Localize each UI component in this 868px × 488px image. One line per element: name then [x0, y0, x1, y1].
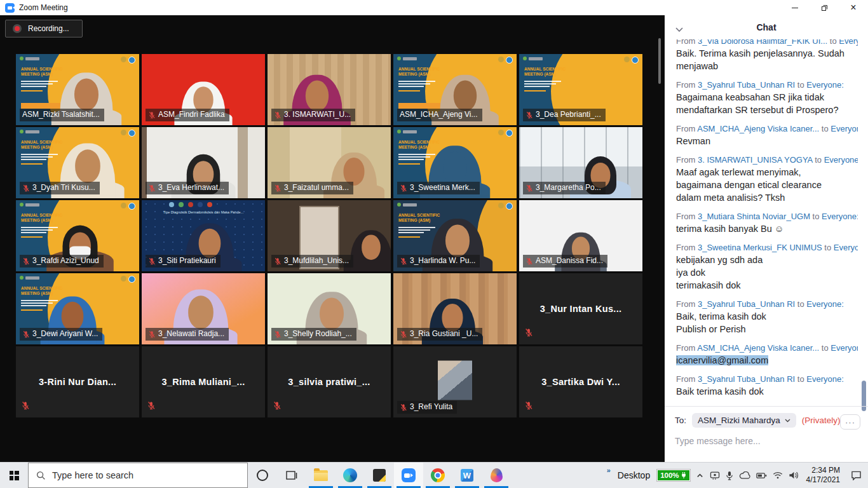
- participant-tile[interactable]: 3_Refi Yulita: [393, 346, 517, 417]
- participant-name-tag: 3_Eva Herlinawat...: [146, 182, 229, 194]
- participant-name-tag: 3_Dea Pebrianti_...: [523, 109, 606, 121]
- chrome-taskbar-button[interactable]: [423, 463, 452, 488]
- microphone-icon[interactable]: [726, 471, 733, 480]
- chat-input[interactable]: Type message here...: [675, 436, 859, 446]
- taskbar-apps: W: [306, 463, 511, 488]
- chat-message: From ASM_ICHA_Ajeng Viska Icaner... to E…: [676, 342, 858, 367]
- muted-mic-icon: [524, 328, 533, 339]
- clock[interactable]: 2:34 PM 4/17/2021: [806, 466, 840, 485]
- video-scrollbar[interactable]: [658, 38, 661, 84]
- participant-name-tag: 3_Harlinda W. Pu...: [397, 255, 480, 268]
- notes-taskbar-button[interactable]: [365, 463, 394, 488]
- participant-name-tag: ASM_Rizki Tsalatshit...: [20, 109, 104, 121]
- participant-name: 3_Harlinda W. Pu...: [410, 255, 475, 266]
- chat-message: From 3_Via Dolorosa Halimtar_FKIK UI... …: [676, 39, 858, 72]
- to-label: To:: [675, 416, 686, 425]
- wifi-icon[interactable]: [773, 471, 783, 479]
- participant-name: 3_Margaretha Po...: [536, 182, 601, 193]
- participant-tile[interactable]: ANNUAL SCIENTIFIC MEETING (ASM)3_Harlind…: [393, 200, 517, 271]
- participant-tile[interactable]: 3_Mufdlilah_Unis...: [268, 200, 391, 271]
- chat-collapse-chevron-icon[interactable]: [675, 24, 683, 35]
- participant-tile[interactable]: 3_Nelawati Radja...: [142, 273, 265, 344]
- participant-name-tag: 3_Rafdi Azizi_Unud: [20, 255, 104, 268]
- chat-message: From 3_Mutiara Shinta Noviar_UGM to Ever…: [676, 211, 858, 235]
- screen-record-icon[interactable]: [710, 471, 720, 480]
- zoom-taskbar-button[interactable]: [394, 463, 423, 488]
- participant-tile[interactable]: 3_Faizatul umma...: [268, 127, 391, 198]
- volume-icon[interactable]: [789, 471, 799, 480]
- participant-tile[interactable]: 3_Shelly Rodliah_...: [268, 273, 391, 344]
- close-button[interactable]: ×: [839, 0, 868, 15]
- onedrive-cloud-icon[interactable]: [739, 471, 750, 479]
- participant-name: 3_Nur Intan Kus...: [519, 273, 642, 344]
- file-explorer-taskbar-button[interactable]: [306, 463, 336, 488]
- participant-tile[interactable]: 3_Eva Herlinawat...: [142, 127, 265, 198]
- action-center-icon[interactable]: [851, 470, 862, 480]
- muted-mic-icon: [274, 257, 281, 265]
- power-icon[interactable]: [756, 472, 767, 479]
- participant-tile[interactable]: ANNUAL SCIENTIFIC MEETING (ASM)3_Dyah Tr…: [16, 127, 139, 198]
- participant-tile[interactable]: 3_silvia pratiwi_...: [268, 346, 391, 417]
- muted-mic-icon: [22, 257, 30, 265]
- muted-mic-icon: [21, 401, 30, 410]
- participant-name: 3. ISMARWATI_U...: [284, 109, 351, 120]
- restore-icon: [821, 4, 828, 11]
- participant-name-tag: 3_Ria Gustiani _U...: [397, 328, 482, 341]
- privately-label: (Privately): [802, 416, 841, 425]
- participant-tile[interactable]: ANNUAL SCIENTIFIC MEETING (ASM)3_Dewi Ar…: [16, 273, 139, 344]
- word-taskbar-button[interactable]: W: [452, 463, 482, 488]
- participant-tile[interactable]: ANNUAL SCIENTIFIC MEETING (ASM)3_Sweetin…: [393, 127, 517, 198]
- participant-tile[interactable]: ANNUAL SCIENTIFIC MEETING (ASM)3_Dea Peb…: [519, 54, 642, 125]
- participant-name: 3_silvia pratiwi_...: [268, 346, 391, 417]
- chat-more-button[interactable]: ···: [840, 414, 860, 430]
- participant-name-tag: 3_Sweetina Merk...: [397, 182, 480, 194]
- participant-tile[interactable]: ANNUAL SCIENTIFIC MEETING (ASM)3_Rafdi A…: [16, 200, 139, 271]
- recording-indicator[interactable]: Recording...: [5, 20, 83, 37]
- desktop-label[interactable]: Desktop: [618, 470, 650, 480]
- edge-taskbar-button[interactable]: [336, 463, 365, 488]
- participant-tile[interactable]: 3_Ria Gustiani _U...: [393, 273, 517, 344]
- participant-tile[interactable]: 3_Nur Intan Kus...: [519, 273, 642, 344]
- participant-tile[interactable]: 3. ISMARWATI_U...: [268, 54, 391, 125]
- participant-name: 3_Shelly Rodliah_...: [284, 329, 352, 339]
- participant-tile[interactable]: ANNUAL SCIENTIFIC MEETING (ASM)ASM_ICHA_…: [393, 54, 517, 125]
- muted-mic-icon: [148, 330, 156, 338]
- taskbar-overflow-chevron[interactable]: »: [607, 466, 611, 474]
- recipient-dropdown[interactable]: ASM_Rizki Mahardya: [692, 413, 796, 428]
- recipient-name: ASM_Rizki Mahardya: [698, 416, 780, 425]
- participant-name: 3_Dewi Ariyani W...: [32, 329, 98, 339]
- restore-button[interactable]: [810, 0, 839, 15]
- participant-tile[interactable]: ASM_Findri Fadlika: [142, 54, 265, 125]
- participant-tile[interactable]: Tipe Diagnostik Dermatomikosis dan Masa …: [142, 200, 265, 271]
- participant-tile[interactable]: 3-Rini Nur Dian...: [16, 346, 139, 417]
- task-view-button[interactable]: [277, 463, 306, 488]
- chat-message-sender: From 3_Syahrul Tuba_Unhan RI to Everyone…: [676, 299, 858, 310]
- participant-tile[interactable]: ASM_Danissa Fid...: [519, 200, 642, 271]
- participant-name: 3_Siti Pratiekauri: [158, 255, 216, 266]
- start-button[interactable]: [0, 463, 28, 488]
- chat-title: Chat: [756, 22, 776, 32]
- chrome-icon: [431, 468, 445, 482]
- muted-mic-icon: [147, 401, 156, 410]
- participant-name: 3-Rini Nur Dian...: [16, 346, 139, 417]
- minimize-button[interactable]: [780, 0, 810, 15]
- chat-message-text: Baik terima kasih dok: [676, 385, 858, 398]
- chat-message: From 3_Syahrul Tuba_Unhan RI to Everyone…: [676, 79, 858, 116]
- participant-tile[interactable]: 3_Margaretha Po...: [519, 127, 642, 198]
- participant-name: 3_Faizatul umma...: [284, 182, 349, 193]
- paint3d-taskbar-button[interactable]: [482, 463, 511, 488]
- battery-indicator[interactable]: 100%: [657, 470, 689, 481]
- chat-message: From 3_Syahrul Tuba_Unhan RI to Everyone…: [676, 374, 858, 398]
- notes-icon: [373, 469, 386, 482]
- hidden-icons-chevron[interactable]: [696, 471, 704, 480]
- windows-logo-icon: [10, 471, 19, 480]
- cortana-button[interactable]: [248, 463, 277, 488]
- participant-name-tag: 3_Dyah Tri Kusu...: [20, 182, 100, 194]
- participant-tile[interactable]: ANNUAL SCIENTIFIC MEETING (ASM)ASM_Rizki…: [16, 54, 139, 125]
- chat-message-text: Publish or Perish: [676, 323, 858, 336]
- chat-message-sender: From 3_Sweetina Merkusi_FK UNIMUS to Eve…: [676, 242, 858, 254]
- participant-tile[interactable]: 3_Rima Muliani_...: [142, 346, 265, 417]
- window-title: Zoom Meeting: [19, 3, 68, 12]
- search-input[interactable]: Type here to search: [28, 463, 248, 488]
- participant-tile[interactable]: 3_Sartika Dwi Y...: [519, 346, 642, 417]
